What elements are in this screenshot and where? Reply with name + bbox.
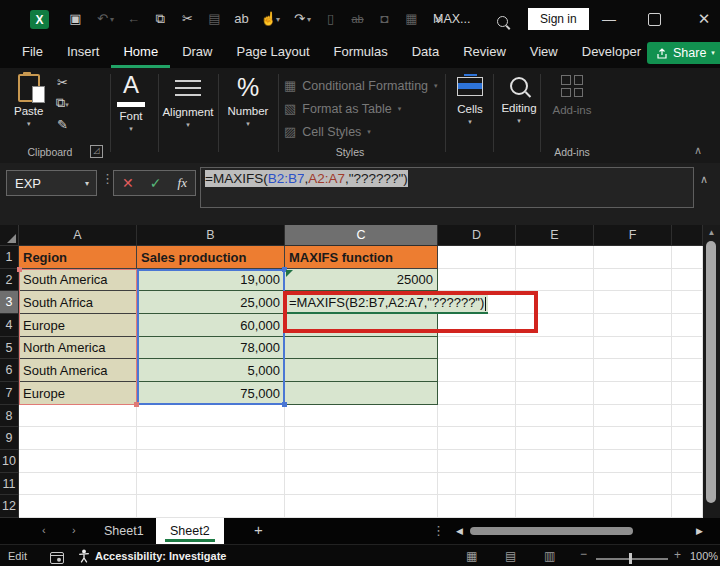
- hscroll-left-icon[interactable]: ◀: [456, 526, 463, 536]
- cell-F6[interactable]: [594, 359, 672, 382]
- scroll-up-icon[interactable]: ▲: [703, 228, 720, 237]
- redo-icon-dropdown[interactable]: ▾: [307, 15, 317, 24]
- row-header-1[interactable]: 1: [0, 246, 19, 269]
- cell-C11[interactable]: [285, 473, 438, 495]
- minimize-button[interactable]: —: [598, 8, 620, 30]
- cell-B11[interactable]: [137, 473, 285, 495]
- cell-C7[interactable]: [285, 382, 438, 405]
- name-box[interactable]: EXP ▾: [6, 170, 97, 196]
- cell-D4[interactable]: [438, 314, 516, 337]
- share-button[interactable]: Share ▾: [647, 42, 720, 64]
- column-header-A[interactable]: A: [19, 225, 137, 246]
- collapse-formula-bar-icon[interactable]: ∧: [700, 173, 708, 186]
- cell-B5[interactable]: 78,000: [137, 337, 285, 359]
- vertical-scrollbar-thumb[interactable]: [706, 241, 716, 503]
- cell-E10[interactable]: [516, 450, 594, 473]
- collapse-ribbon-icon[interactable]: ∧: [694, 144, 702, 157]
- cell-D10[interactable]: [438, 450, 516, 473]
- range-handle[interactable]: [282, 402, 287, 407]
- sheet-nav-left-icon[interactable]: ‹: [42, 524, 46, 536]
- row-header-6[interactable]: 6: [0, 359, 19, 382]
- cell-F9[interactable]: [594, 427, 672, 450]
- cancel-entry-icon[interactable]: ✕: [122, 175, 134, 191]
- zoom-out-icon[interactable]: −: [580, 547, 587, 561]
- cell-C12[interactable]: [285, 495, 438, 518]
- page-break-view-icon[interactable]: ▥: [544, 549, 555, 563]
- row-header-3[interactable]: 3: [0, 291, 19, 314]
- cell-A11[interactable]: [19, 473, 137, 495]
- row-header-4[interactable]: 4: [0, 314, 19, 337]
- ribbon-tab-review[interactable]: Review: [451, 38, 518, 68]
- cell-A10[interactable]: [19, 450, 137, 473]
- cell-A2[interactable]: South America: [19, 269, 137, 291]
- cell-F7[interactable]: [594, 382, 672, 405]
- cell-A5[interactable]: North America: [19, 337, 137, 359]
- save-icon[interactable]: ▣: [62, 0, 89, 38]
- cell-D1[interactable]: [438, 246, 516, 269]
- cell-B2[interactable]: 19,000: [137, 269, 285, 291]
- macro-record-icon[interactable]: [50, 550, 64, 566]
- cell-C8[interactable]: [285, 405, 438, 427]
- cell-D5[interactable]: [438, 337, 516, 359]
- number-menu-button[interactable]: % Number ▾: [222, 72, 274, 128]
- zoom-in-icon[interactable]: +: [674, 548, 681, 562]
- cell-A8[interactable]: [19, 405, 137, 427]
- insert-function-icon[interactable]: fx: [178, 175, 187, 191]
- cell-B7[interactable]: 75,000: [137, 382, 285, 405]
- column-header-D[interactable]: D: [438, 225, 516, 246]
- cell-D2[interactable]: [438, 269, 516, 291]
- row-header-9[interactable]: 9: [0, 427, 19, 450]
- close-button[interactable]: ✕: [693, 8, 715, 30]
- range-handle[interactable]: [134, 402, 139, 407]
- cell-D3[interactable]: [438, 291, 516, 314]
- cell-E8[interactable]: [516, 405, 594, 427]
- vertical-scrollbar[interactable]: ▲: [703, 225, 720, 518]
- cell-C6[interactable]: [285, 359, 438, 382]
- cell-A12[interactable]: [19, 495, 137, 518]
- formula-input[interactable]: =MAXIFS(B2:B7,A2:A7,"??????"): [200, 167, 694, 208]
- range-handle[interactable]: [282, 267, 287, 272]
- cell-F1[interactable]: [594, 246, 672, 269]
- hscroll-right-icon[interactable]: ▶: [696, 526, 703, 536]
- row-header-8[interactable]: 8: [0, 405, 19, 427]
- page-layout-view-icon[interactable]: ▤: [505, 549, 516, 563]
- paste-button[interactable]: Paste ▾: [14, 72, 43, 128]
- row-header-5[interactable]: 5: [0, 337, 19, 359]
- ribbon-tab-developer[interactable]: Developer: [570, 38, 653, 68]
- row-header-11[interactable]: 11: [0, 473, 19, 495]
- cell-D6[interactable]: [438, 359, 516, 382]
- maximize-button[interactable]: [648, 13, 661, 26]
- cells-menu-button[interactable]: Cells ▾: [449, 72, 491, 126]
- ribbon-tab-insert[interactable]: Insert: [55, 38, 112, 68]
- cell-D12[interactable]: [438, 495, 516, 518]
- excel-logo-icon[interactable]: X: [30, 10, 49, 29]
- column-header-E[interactable]: E: [516, 225, 594, 246]
- row-header-7[interactable]: 7: [0, 382, 19, 405]
- editing-menu-button[interactable]: Editing ▾: [496, 72, 542, 125]
- alignment-menu-button[interactable]: Alignment ▾: [160, 72, 216, 129]
- cell-A1[interactable]: Region: [19, 246, 137, 269]
- normal-view-icon[interactable]: ▦: [466, 549, 477, 563]
- cell-E6[interactable]: [516, 359, 594, 382]
- column-header-F[interactable]: F: [594, 225, 672, 246]
- cell-B3[interactable]: 25,000: [137, 291, 285, 314]
- cell-F2[interactable]: [594, 269, 672, 291]
- row-header-12[interactable]: 12: [0, 495, 19, 518]
- ribbon-tab-formulas[interactable]: Formulas: [322, 38, 400, 68]
- cell-F10[interactable]: [594, 450, 672, 473]
- accessibility-status[interactable]: Accessibility: Investigate: [95, 550, 226, 562]
- cell-D11[interactable]: [438, 473, 516, 495]
- cell-E9[interactable]: [516, 427, 594, 450]
- cell-B12[interactable]: [137, 495, 285, 518]
- cell-B8[interactable]: [137, 405, 285, 427]
- cell-A9[interactable]: [19, 427, 137, 450]
- cell-C3[interactable]: [285, 291, 438, 314]
- column-header-C[interactable]: C: [285, 225, 438, 246]
- cell-B1[interactable]: Sales production: [137, 246, 285, 269]
- cell-D9[interactable]: [438, 427, 516, 450]
- column-header-B[interactable]: B: [137, 225, 285, 246]
- ribbon-tab-page-layout[interactable]: Page Layout: [225, 38, 322, 68]
- cut-icon[interactable]: ✂: [57, 76, 68, 90]
- sheet-options-icon[interactable]: ⋮: [432, 523, 445, 538]
- cell-D8[interactable]: [438, 405, 516, 427]
